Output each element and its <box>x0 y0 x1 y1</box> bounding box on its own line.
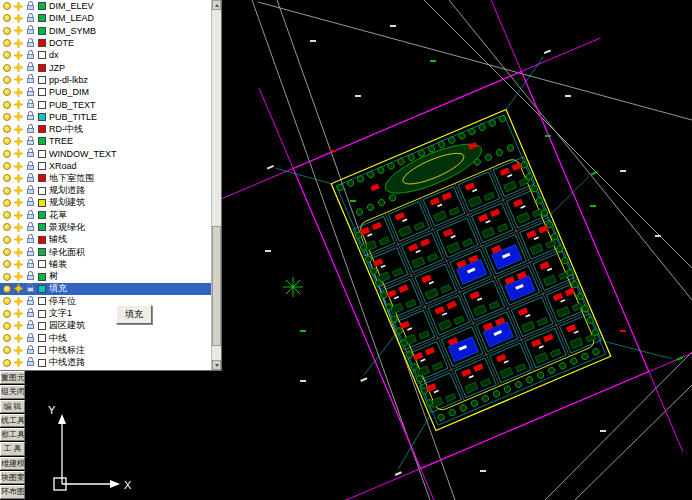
layer-lock-icon[interactable] <box>26 50 35 61</box>
layer-color-chip[interactable] <box>38 199 46 207</box>
layer-row[interactable]: pp-dl-lkbz <box>0 74 211 86</box>
layer-row[interactable]: JZP <box>0 61 211 73</box>
layer-freeze-sun-icon[interactable] <box>14 198 23 207</box>
scrollbar-thumb[interactable] <box>212 226 221 346</box>
layer-color-chip[interactable] <box>38 334 46 342</box>
toolstrip-button[interactable]: 块图案 <box>0 471 25 484</box>
layer-freeze-sun-icon[interactable] <box>14 112 23 121</box>
layer-lock-icon[interactable] <box>26 222 35 233</box>
layer-row[interactable]: 铺装 <box>0 258 211 270</box>
layer-on-off-bulb-icon[interactable] <box>3 150 11 158</box>
layer-on-off-bulb-icon[interactable] <box>3 113 11 121</box>
layer-color-chip[interactable] <box>38 297 46 305</box>
layer-color-chip[interactable] <box>38 187 46 195</box>
layer-on-off-bulb-icon[interactable] <box>3 273 11 281</box>
layer-freeze-sun-icon[interactable] <box>14 75 23 84</box>
layer-freeze-sun-icon[interactable] <box>14 260 23 269</box>
layer-lock-icon[interactable] <box>26 333 35 344</box>
layer-on-off-bulb-icon[interactable] <box>3 199 11 207</box>
layer-row[interactable]: 花草 <box>0 209 211 221</box>
layer-row[interactable]: DOTE <box>0 37 211 49</box>
layer-on-off-bulb-icon[interactable] <box>3 187 11 195</box>
layer-freeze-sun-icon[interactable] <box>14 88 23 97</box>
layer-row[interactable]: XRoad <box>0 160 211 172</box>
layer-on-off-bulb-icon[interactable] <box>3 174 11 182</box>
layer-lock-icon[interactable] <box>26 87 35 98</box>
layer-lock-icon[interactable] <box>26 99 35 110</box>
toolstrip-button[interactable]: 组关闭 <box>0 385 25 398</box>
layer-freeze-sun-icon[interactable] <box>14 284 23 293</box>
layer-lock-icon[interactable] <box>26 259 35 270</box>
layer-freeze-sun-icon[interactable] <box>14 63 23 72</box>
layer-row[interactable]: 绿化面积 <box>0 246 211 258</box>
layer-color-chip[interactable] <box>38 273 46 281</box>
layer-freeze-sun-icon[interactable] <box>14 174 23 183</box>
toolstrip-button[interactable]: 维建模 <box>0 457 25 470</box>
layer-freeze-sun-icon[interactable] <box>14 39 23 48</box>
layer-lock-icon[interactable] <box>26 25 35 36</box>
layer-color-chip[interactable] <box>38 2 46 10</box>
layer-freeze-sun-icon[interactable] <box>14 334 23 343</box>
layer-row[interactable]: DIM_ELEV <box>0 0 211 12</box>
layer-on-off-bulb-icon[interactable] <box>3 51 11 59</box>
layer-lock-icon[interactable] <box>26 111 35 122</box>
layer-on-off-bulb-icon[interactable] <box>3 248 11 256</box>
layer-lock-icon[interactable] <box>26 136 35 147</box>
layer-row[interactable]: PUB_TEXT <box>0 98 211 110</box>
layer-color-chip[interactable] <box>38 248 46 256</box>
layer-on-off-bulb-icon[interactable] <box>3 14 11 22</box>
layer-row[interactable]: 树 <box>0 271 211 283</box>
layer-row[interactable]: 文字1 <box>0 307 211 319</box>
layer-on-off-bulb-icon[interactable] <box>3 27 11 35</box>
layer-on-off-bulb-icon[interactable] <box>3 334 11 342</box>
layer-on-off-bulb-icon[interactable] <box>3 39 11 47</box>
layer-freeze-sun-icon[interactable] <box>14 297 23 306</box>
layer-lock-icon[interactable] <box>26 1 35 12</box>
layer-color-chip[interactable] <box>38 236 46 244</box>
layer-row[interactable]: 辅线 <box>0 234 211 246</box>
toolstrip-button[interactable]: 编 辑 <box>0 400 25 413</box>
layer-freeze-sun-icon[interactable] <box>14 272 23 281</box>
layer-on-off-bulb-icon[interactable] <box>3 297 11 305</box>
layer-row[interactable]: 中线 <box>0 332 211 344</box>
layer-lock-icon[interactable] <box>26 308 35 319</box>
layer-color-chip[interactable] <box>38 14 46 22</box>
layer-freeze-sun-icon[interactable] <box>14 186 23 195</box>
layer-freeze-sun-icon[interactable] <box>14 321 23 330</box>
layer-color-chip[interactable] <box>38 346 46 354</box>
layer-lock-icon[interactable] <box>26 320 35 331</box>
layer-lock-icon[interactable] <box>26 234 35 245</box>
toolstrip-button[interactable]: 环布图 <box>0 485 25 498</box>
layer-row[interactable]: DIM_SYMB <box>0 25 211 37</box>
layer-lock-icon[interactable] <box>26 247 35 258</box>
layer-lock-icon[interactable] <box>26 124 35 135</box>
layer-on-off-bulb-icon[interactable] <box>3 223 11 231</box>
layer-color-chip[interactable] <box>38 125 46 133</box>
layer-freeze-sun-icon[interactable] <box>14 248 23 257</box>
layer-lock-icon[interactable] <box>26 271 35 282</box>
layer-freeze-sun-icon[interactable] <box>14 358 23 367</box>
layer-freeze-sun-icon[interactable] <box>14 137 23 146</box>
layer-color-chip[interactable] <box>38 51 46 59</box>
toolstrip-button[interactable]: 工 具 <box>0 442 25 455</box>
layer-lock-icon[interactable] <box>26 148 35 159</box>
layer-on-off-bulb-icon[interactable] <box>3 101 11 109</box>
layer-on-off-bulb-icon[interactable] <box>3 162 11 170</box>
layer-lock-icon[interactable] <box>26 13 35 24</box>
layer-lock-icon[interactable] <box>26 161 35 172</box>
layer-lock-icon[interactable] <box>26 283 35 294</box>
layer-row[interactable]: 停车位 <box>0 295 211 307</box>
layer-freeze-sun-icon[interactable] <box>14 223 23 232</box>
layer-lock-icon[interactable] <box>26 38 35 49</box>
layer-color-chip[interactable] <box>38 322 46 330</box>
layer-row[interactable]: TREE <box>0 135 211 147</box>
layer-row[interactable]: 中线标注 <box>0 344 211 356</box>
layer-freeze-sun-icon[interactable] <box>14 100 23 109</box>
layer-color-chip[interactable] <box>38 162 46 170</box>
layer-color-chip[interactable] <box>38 359 46 367</box>
layer-on-off-bulb-icon[interactable] <box>3 260 11 268</box>
layer-color-chip[interactable] <box>38 113 46 121</box>
layer-freeze-sun-icon[interactable] <box>14 346 23 355</box>
layer-row[interactable]: 规划道路 <box>0 184 211 196</box>
layer-on-off-bulb-icon[interactable] <box>3 64 11 72</box>
